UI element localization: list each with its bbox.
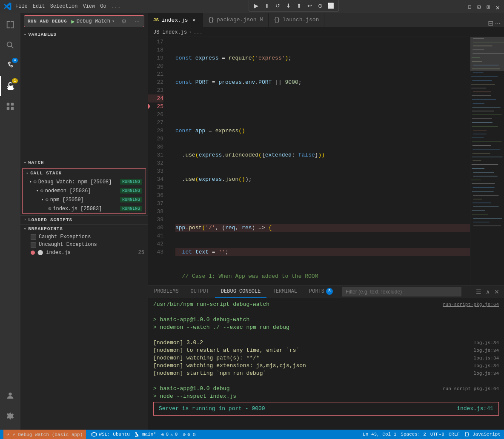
tab-packagejson[interactable]: {} package.json M bbox=[203, 13, 269, 27]
chevron-down-icon[interactable]: ▾ bbox=[112, 19, 115, 24]
uncaught-exceptions-item: Uncaught Exceptions bbox=[20, 241, 148, 248]
uncaught-exceptions-checkbox[interactable] bbox=[31, 242, 36, 248]
debug-step-into-btn[interactable]: ⬆ bbox=[294, 1, 304, 10]
debug-continue-btn[interactable]: ▶ bbox=[251, 1, 261, 10]
run-script-ref2[interactable]: run-script-pkg.js:64 bbox=[443, 385, 499, 393]
debug-stop-btn[interactable]: ⊙ bbox=[315, 1, 325, 10]
remote-icon bbox=[91, 431, 97, 437]
server-ref-link[interactable]: index.js:41 bbox=[457, 405, 493, 413]
menu-file[interactable]: File bbox=[15, 3, 28, 9]
panel-tab-problems[interactable]: PROBLEMS bbox=[148, 285, 185, 298]
callstack-header[interactable]: ▾ CALL STACK bbox=[23, 169, 146, 177]
status-cursor[interactable]: Ln 43, Col 1 bbox=[363, 432, 396, 437]
callstack-nodemon-label: nodemon [25036] bbox=[45, 188, 91, 194]
activity-settings[interactable] bbox=[0, 406, 20, 426]
tab-launchjson-label: launch.json bbox=[283, 17, 319, 23]
menu-view[interactable]: View bbox=[83, 3, 95, 9]
activity-account[interactable] bbox=[0, 385, 20, 406]
panel-tab-output[interactable]: OUTPUT bbox=[185, 285, 215, 298]
panel-tab-debug-console[interactable]: DEBUG CONSOLE bbox=[215, 285, 267, 298]
indexjs-breakpoint-label: ⬤ index.js bbox=[37, 249, 71, 256]
menu-go[interactable]: Go bbox=[100, 3, 106, 9]
more-tabs-btn[interactable]: ··· bbox=[495, 20, 501, 27]
tab-close-indexjs[interactable]: ✕ bbox=[191, 17, 198, 23]
debug-restart-btn[interactable]: ↺ bbox=[272, 1, 283, 10]
split-editor-btn[interactable]: ⊟ bbox=[488, 19, 493, 27]
debug-settings-btn[interactable]: ⚙ bbox=[120, 17, 128, 26]
tab-launchjson[interactable]: {} launch.json bbox=[269, 13, 324, 27]
breakpoints-header[interactable]: ▾ BREAKPOINTS bbox=[20, 225, 148, 233]
panel-tab-ports[interactable]: PORTS 5 bbox=[303, 285, 339, 298]
console-filter-input[interactable] bbox=[342, 287, 461, 296]
run-debug-header[interactable]: RUN AND DEBUG ▶ Debug Watch ▾ ⚙ ··· bbox=[24, 15, 144, 27]
run-debug-label: RUN AND DEBUG bbox=[28, 19, 67, 24]
callstack-indexjs[interactable]: ⚙ index.js [25083] RUNNING bbox=[23, 204, 146, 213]
tab-indexjs-label: index.js bbox=[161, 17, 188, 23]
debug-more-btn[interactable]: ··· bbox=[134, 17, 140, 26]
status-errors[interactable]: ⊗ 0 ⚠ 0 bbox=[161, 432, 178, 437]
variables-header[interactable]: ▾ VARIABLES bbox=[20, 30, 148, 39]
menu-more[interactable]: ... bbox=[112, 3, 121, 9]
debug-step-over-btn[interactable]: ⬇ bbox=[283, 1, 293, 10]
layout-btn[interactable]: ⊞ bbox=[485, 3, 491, 9]
loaded-scripts-section: › LOADED SCRIPTS bbox=[20, 215, 148, 224]
activity-search[interactable] bbox=[0, 35, 20, 55]
callstack-npm2-label: npm [25059] bbox=[50, 197, 84, 203]
code-content[interactable]: const express = require('express'); cons… bbox=[169, 37, 470, 285]
line-25: 25 bbox=[148, 103, 163, 111]
status-encoding[interactable]: UTF-8 bbox=[430, 432, 444, 437]
debug-badge: 1 bbox=[12, 78, 18, 83]
debug-pause-btn[interactable]: ⏸ bbox=[262, 1, 272, 10]
code-line-26: // Case 1: When App was added to the ROO… bbox=[175, 272, 470, 280]
activity-explorer[interactable] bbox=[0, 14, 20, 35]
menu-edit[interactable]: Edit bbox=[33, 3, 45, 9]
errors-label: 0 bbox=[166, 432, 169, 437]
caught-exceptions-checkbox[interactable] bbox=[31, 234, 36, 240]
code-editor[interactable]: 17 18 19 20 21 22 23 24 25 26 27 bbox=[148, 37, 504, 285]
activity-extensions[interactable] bbox=[0, 96, 20, 117]
debug-breakpoints-btn[interactable]: ⬜ bbox=[326, 1, 336, 10]
console-line-debug: > basic-app@1.0.0 debug run-script-pkg.j… bbox=[153, 385, 499, 393]
status-branch[interactable]: main* bbox=[135, 432, 156, 437]
line-42: 42 bbox=[148, 240, 163, 248]
line-27: 27 bbox=[148, 119, 163, 127]
error-icon: ⊗ bbox=[161, 432, 164, 437]
status-wsl[interactable]: WSL: Ubuntu bbox=[91, 431, 130, 437]
line-22: 22 bbox=[148, 78, 163, 86]
callstack-npm-25059[interactable]: ▾ ⚙ npm [25059] RUNNING bbox=[23, 195, 146, 204]
minimize-btn[interactable]: ⊟ bbox=[467, 3, 472, 9]
panel-close-btn[interactable]: ✕ bbox=[493, 287, 501, 296]
panel-tab-terminal[interactable]: TERMINAL bbox=[266, 285, 303, 298]
callstack-nodemon[interactable]: ▾ ⚙ nodemon [25036] RUNNING bbox=[23, 186, 146, 195]
status-language[interactable]: {} JavaScript bbox=[464, 432, 501, 437]
panel-collapse-btn[interactable]: ∧ bbox=[484, 287, 491, 296]
server-running-box: Server is running in port - 9000 index.j… bbox=[153, 402, 499, 416]
tab-indexjs[interactable]: JS index.js ✕ bbox=[148, 13, 203, 27]
gear-icon-indexjs: ⚙ bbox=[48, 205, 51, 212]
console-line-nodemon-302: [nodemon] 3.0.2 log.js:34 bbox=[153, 339, 499, 347]
run-script-ref[interactable]: run-script-pkg.js:64 bbox=[443, 301, 499, 308]
line-20: 20 bbox=[148, 62, 163, 70]
panel-menu-btn[interactable]: ☰ bbox=[475, 287, 483, 296]
status-debug-count[interactable]: ⚙ ⚙ 5 bbox=[183, 432, 195, 437]
close-btn[interactable]: ✕ bbox=[495, 3, 501, 9]
watch-header[interactable]: ▾ WATCH bbox=[20, 158, 148, 167]
minimap bbox=[470, 37, 504, 285]
loaded-scripts-header[interactable]: › LOADED SCRIPTS bbox=[20, 216, 148, 224]
code-line-22: .use(express.json()); bbox=[175, 175, 470, 183]
activity-source-control[interactable]: 4 bbox=[0, 55, 20, 76]
menu-selection[interactable]: Selection bbox=[50, 3, 78, 9]
breadcrumb-more[interactable]: ... bbox=[193, 29, 203, 35]
debug-step-out-btn[interactable]: ↩ bbox=[304, 1, 315, 10]
nodemon-restart: [nodemon] to restart at any time, enter … bbox=[153, 347, 299, 354]
maximize-btn[interactable]: ⊡ bbox=[476, 3, 482, 9]
variables-chevron: ▾ bbox=[24, 32, 26, 37]
callstack-npm-25008[interactable]: ▾ ⚙ Debug Watch: npm [25008] RUNNING bbox=[23, 177, 146, 186]
line-19: 19 bbox=[148, 54, 163, 62]
status-spaces[interactable]: Spaces: 2 bbox=[401, 432, 426, 437]
status-eol[interactable]: CRLF bbox=[449, 432, 460, 437]
activity-debug[interactable]: 1 bbox=[0, 76, 20, 96]
json-file-icon: {} bbox=[208, 17, 214, 23]
code-line-20: const app = express() bbox=[175, 127, 470, 135]
breadcrumb-file[interactable]: JS index.js bbox=[153, 29, 187, 35]
